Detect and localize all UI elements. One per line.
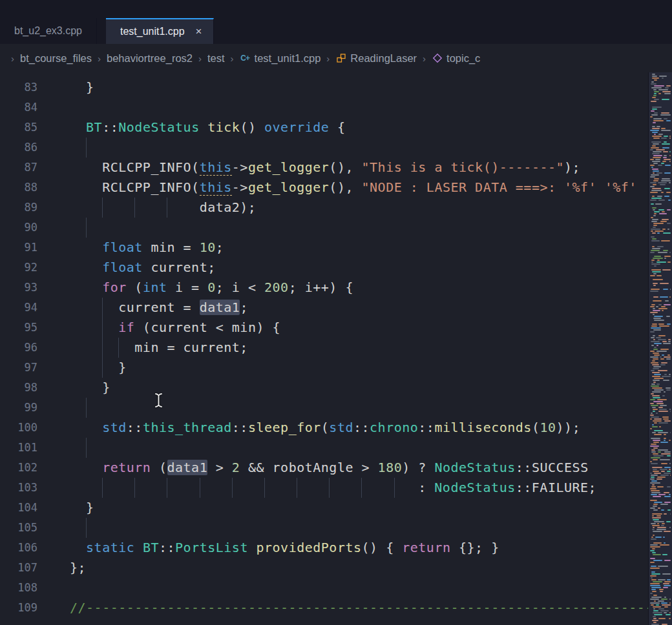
line-content[interactable]: BT::NodeStatus tick() override { bbox=[70, 118, 648, 138]
code-line[interactable]: 102return (data1 > 2 && robotAngle > 180… bbox=[0, 458, 648, 478]
code-line[interactable]: 98} bbox=[0, 378, 648, 398]
line-number[interactable]: 105 bbox=[0, 518, 37, 538]
line-number[interactable]: 107 bbox=[0, 558, 37, 578]
breadcrumb-item-behaviortree_ros2[interactable]: behaviortree_ros2 bbox=[107, 52, 193, 65]
line-content[interactable]: RCLCPP_INFO(this->get_logger(), "This is… bbox=[70, 158, 648, 178]
code-line[interactable]: 94current = data1; bbox=[0, 298, 648, 318]
line-number[interactable]: 100 bbox=[0, 418, 37, 438]
minimap-line bbox=[651, 362, 658, 364]
line-content[interactable]: min = current; bbox=[70, 338, 648, 358]
code-line[interactable]: 103: NodeStatus::FAILURE; bbox=[0, 478, 648, 498]
line-content[interactable]: }; bbox=[70, 558, 648, 578]
line-number[interactable]: 106 bbox=[0, 538, 37, 558]
line-content[interactable]: RCLCPP_INFO(this->get_logger(), "NODE : … bbox=[70, 178, 648, 198]
line-number[interactable]: 95 bbox=[0, 318, 37, 338]
line-number[interactable]: 86 bbox=[0, 138, 37, 158]
line-content[interactable]: std::this_thread::sleep_for(std::chrono:… bbox=[70, 418, 648, 438]
line-number[interactable]: 83 bbox=[0, 77, 37, 97]
tab-test_unit1.cpp[interactable]: test_unit1.cpp× bbox=[106, 18, 214, 44]
code-line[interactable]: 108 bbox=[0, 578, 648, 598]
line-number[interactable]: 87 bbox=[0, 158, 37, 178]
code-line[interactable]: 105 bbox=[0, 518, 648, 538]
line-content[interactable]: if (current < min) { bbox=[70, 318, 648, 338]
line-number[interactable]: 96 bbox=[0, 338, 37, 358]
code-line[interactable]: 88RCLCPP_INFO(this->get_logger(), "NODE … bbox=[0, 178, 648, 198]
breadcrumb-item-bt_course_files[interactable]: bt_course_files bbox=[20, 52, 92, 65]
code-line[interactable]: 100std::this_thread::sleep_for(std::chro… bbox=[0, 418, 648, 438]
line-content[interactable]: static BT::PortsList providedPorts() { r… bbox=[70, 538, 648, 558]
line-number[interactable]: 104 bbox=[0, 498, 37, 518]
code-line[interactable]: 83} bbox=[0, 77, 648, 97]
line-number[interactable]: 109 bbox=[0, 598, 37, 618]
code-line[interactable]: 106static BT::PortsList providedPorts() … bbox=[0, 538, 648, 558]
line-content[interactable] bbox=[70, 398, 648, 418]
code-line[interactable]: 86 bbox=[0, 138, 648, 158]
line-number[interactable]: 108 bbox=[0, 578, 37, 598]
line-number[interactable]: 92 bbox=[0, 258, 37, 278]
code-line[interactable]: 96min = current; bbox=[0, 338, 648, 358]
line-content[interactable]: } bbox=[70, 498, 648, 518]
line-content[interactable]: current = data1; bbox=[70, 298, 648, 318]
code-line[interactable]: 95if (current < min) { bbox=[0, 318, 648, 338]
line-content[interactable] bbox=[70, 438, 648, 458]
line-number[interactable]: 90 bbox=[0, 218, 37, 238]
line-content[interactable] bbox=[70, 518, 648, 538]
code-line[interactable]: 107}; bbox=[0, 558, 648, 578]
code-line[interactable]: 109//-----------------------------------… bbox=[0, 598, 648, 618]
code-line[interactable]: 101 bbox=[0, 438, 648, 458]
code-line[interactable]: 89data2); bbox=[0, 198, 648, 218]
code-line[interactable]: 91float min = 10; bbox=[0, 238, 648, 258]
line-content[interactable]: } bbox=[70, 358, 648, 378]
code-line[interactable]: 85BT::NodeStatus tick() override { bbox=[0, 118, 648, 138]
line-number[interactable]: 97 bbox=[0, 358, 37, 378]
line-content[interactable]: return (data1 > 2 && robotAngle > 180) ?… bbox=[70, 458, 648, 478]
minimap-line bbox=[666, 389, 671, 391]
minimap-line bbox=[655, 159, 660, 160]
code-line[interactable]: 87RCLCPP_INFO(this->get_logger(), "This … bbox=[0, 158, 648, 178]
tab-bt_u2_ex3.cpp[interactable]: bt_u2_ex3.cpp bbox=[0, 18, 97, 44]
code-line[interactable]: 97} bbox=[0, 358, 648, 378]
code-token: BT bbox=[143, 540, 159, 555]
line-number[interactable]: 102 bbox=[0, 458, 37, 478]
line-number[interactable]: 98 bbox=[0, 378, 37, 398]
code-line[interactable]: 90 bbox=[0, 218, 648, 238]
code-line[interactable]: 99 bbox=[0, 398, 648, 418]
line-content[interactable]: float min = 10; bbox=[70, 238, 648, 258]
line-content[interactable]: data2); bbox=[70, 198, 648, 218]
line-number[interactable]: 99 bbox=[0, 398, 37, 418]
breadcrumb-item-topic_c[interactable]: topic_c bbox=[432, 52, 480, 65]
line-content[interactable]: float current; bbox=[70, 258, 648, 278]
line-content[interactable] bbox=[70, 138, 648, 158]
code-line[interactable]: 93for (int i = 0; i < 200; i++) { bbox=[0, 278, 648, 298]
line-number[interactable]: 101 bbox=[0, 438, 37, 458]
line-content[interactable] bbox=[70, 218, 648, 238]
line-content[interactable] bbox=[70, 578, 648, 598]
code-token: if bbox=[118, 320, 134, 335]
line-number[interactable]: 85 bbox=[0, 118, 37, 138]
code-line[interactable]: 84 bbox=[0, 97, 648, 118]
minimap-line bbox=[662, 523, 665, 524]
line-content[interactable]: : NodeStatus::FAILURE; bbox=[70, 478, 648, 498]
code-line[interactable]: 92float current; bbox=[0, 258, 648, 278]
breadcrumb-item-test[interactable]: test bbox=[207, 52, 225, 65]
line-number[interactable]: 93 bbox=[0, 278, 37, 298]
minimap-line bbox=[653, 349, 658, 350]
line-content[interactable]: //--------------------------------------… bbox=[70, 598, 648, 618]
minimap-line bbox=[664, 467, 671, 468]
line-number[interactable]: 89 bbox=[0, 198, 37, 218]
line-content[interactable] bbox=[70, 97, 648, 118]
line-content[interactable]: for (int i = 0; i < 200; i++) { bbox=[70, 278, 648, 298]
line-number[interactable]: 103 bbox=[0, 478, 37, 498]
code-area[interactable]: 83}8485BT::NodeStatus tick() override {8… bbox=[0, 72, 648, 625]
line-content[interactable]: } bbox=[70, 378, 648, 398]
line-number[interactable]: 91 bbox=[0, 238, 37, 258]
line-number[interactable]: 94 bbox=[0, 298, 37, 318]
code-line[interactable]: 104} bbox=[0, 498, 648, 518]
line-number[interactable]: 88 bbox=[0, 178, 37, 198]
line-content[interactable]: } bbox=[70, 77, 648, 97]
minimap[interactable] bbox=[648, 72, 672, 625]
close-icon[interactable]: × bbox=[194, 25, 204, 38]
breadcrumb-item-ReadingLaser[interactable]: ReadingLaser bbox=[335, 52, 417, 65]
breadcrumb-item-test_unit1.cpp[interactable]: C+test_unit1.cpp bbox=[240, 52, 321, 65]
line-number[interactable]: 84 bbox=[0, 97, 37, 118]
